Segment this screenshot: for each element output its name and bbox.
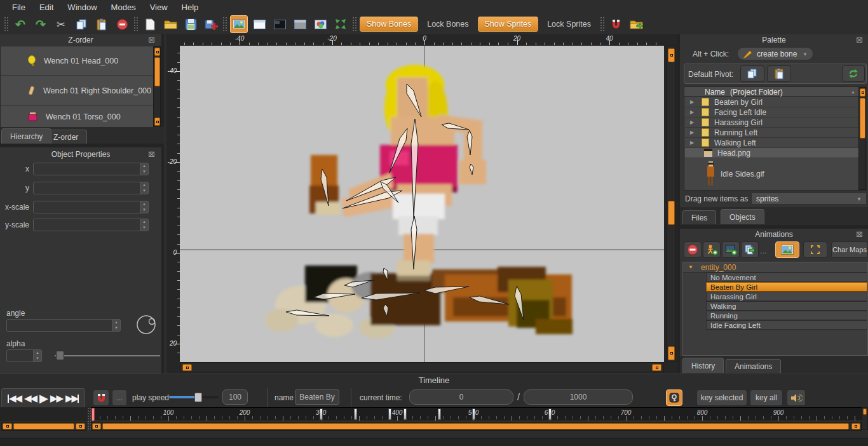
window-color-button[interactable] [311, 15, 329, 33]
menu-view[interactable]: View [143, 1, 175, 13]
snap-button[interactable] [607, 15, 625, 33]
show-animation-images-button[interactable] [775, 241, 799, 258]
keyframe-marker[interactable] [388, 409, 391, 420]
timeline-main-scrollbar[interactable] [91, 422, 862, 431]
timeline-left-scrollbar[interactable] [1, 422, 86, 431]
scroll-right-button[interactable] [652, 364, 661, 371]
tree-folder-row[interactable]: ▶Walking Left [685, 138, 860, 148]
keyframe-marker[interactable] [403, 409, 407, 420]
scroll-left-button[interactable] [182, 364, 192, 371]
close-icon[interactable]: ⊠ [148, 150, 155, 159]
menu-help[interactable]: Help [175, 1, 206, 13]
scroll-right-button[interactable] [76, 423, 85, 429]
duplicate-animation-button[interactable] [741, 241, 759, 258]
entity-row[interactable]: ▼ entity_000 [683, 262, 867, 273]
refresh-button[interactable] [842, 65, 865, 82]
tab-hierarchy[interactable]: Hierarchy [1, 128, 51, 144]
toolbar-grip[interactable] [4, 17, 9, 32]
char-maps-button[interactable]: Char Maps [831, 241, 868, 258]
canvas-viewport[interactable] [180, 46, 664, 362]
window-light-button[interactable] [250, 15, 268, 33]
menu-file[interactable]: File [5, 1, 32, 13]
tree-file-head-row[interactable]: Head.png [685, 148, 860, 158]
animation-row[interactable]: Idle Facing Left [706, 320, 867, 330]
xscale-field[interactable] [33, 201, 149, 213]
timeline-playhead[interactable] [92, 408, 95, 421]
tree-scrollbar[interactable] [858, 87, 866, 190]
tree-folder-row[interactable]: ▶Facing Left Idle [685, 107, 860, 118]
skip-start-button[interactable]: ◀◀ [8, 393, 21, 404]
timeline-ruler-main[interactable]: 100200300400500600700800900 [91, 407, 862, 421]
angle-field[interactable] [6, 319, 121, 332]
delete-animation-button[interactable] [684, 241, 702, 258]
tree-file-idle-row[interactable]: Idle Sides.gif [685, 158, 860, 190]
zorder-item-torso[interactable]: Wench 01 Torso_000 [1, 106, 156, 127]
show-images-button[interactable] [230, 15, 248, 33]
canvas-hscrollbar[interactable] [180, 362, 664, 372]
expander-icon[interactable]: ▶ [690, 99, 696, 105]
redo-button[interactable]: ↷ [32, 15, 50, 33]
copy-button[interactable] [72, 15, 90, 33]
tree-folder-row[interactable]: ▶Beaten by Girl [685, 97, 860, 107]
zorder-item-head[interactable]: Wench 01 Head_000 [1, 46, 156, 76]
keyframe-marker[interactable] [548, 409, 552, 420]
expander-icon[interactable]: ▶ [690, 119, 696, 125]
play-speed-slider-handle[interactable] [194, 393, 202, 402]
copy-pivot-button[interactable] [740, 65, 764, 82]
alpha-spinner[interactable]: ▲▼ [33, 349, 42, 362]
y-field[interactable] [33, 182, 149, 194]
animation-name-value[interactable]: Beaten By Girl [295, 389, 339, 405]
angle-dial[interactable] [135, 314, 158, 337]
current-time-value[interactable]: 0 [409, 389, 513, 405]
y-spinner[interactable]: ▲▼ [140, 182, 149, 194]
bounding-box-button[interactable] [803, 241, 827, 258]
save-as-button[interactable] [202, 15, 220, 33]
animation-row[interactable]: Walking [706, 301, 867, 311]
total-time-value[interactable]: 1000 [524, 389, 633, 405]
scroll-thumb[interactable] [102, 423, 849, 429]
add-animation-button[interactable] [722, 241, 740, 258]
close-icon[interactable]: ⊠ [148, 36, 155, 44]
yscale-field[interactable] [33, 219, 149, 231]
scroll-right-button[interactable] [851, 423, 860, 429]
expander-icon[interactable]: ▶ [690, 109, 696, 115]
drag-items-dropdown[interactable]: sprites ▼ [751, 193, 867, 205]
scroll-up-button[interactable] [154, 48, 160, 56]
show-bones-toggle[interactable]: Show Bones [360, 17, 418, 32]
scroll-left-button[interactable] [3, 423, 12, 429]
menu-edit[interactable]: Edit [32, 1, 60, 13]
scroll-up-button[interactable] [863, 409, 867, 415]
tree-header[interactable]: Name (Project Folder) ▲ [684, 87, 859, 97]
close-icon[interactable]: ⊠ [856, 36, 863, 44]
fit-view-button[interactable] [332, 15, 349, 33]
toolbar-grip[interactable] [222, 17, 227, 32]
save-button[interactable] [182, 15, 200, 33]
yscale-spinner[interactable]: ▲▼ [140, 219, 149, 231]
x-spinner[interactable]: ▲▼ [140, 163, 149, 175]
expander-down-icon[interactable]: ▼ [688, 264, 693, 270]
paste-pivot-button[interactable] [767, 65, 791, 82]
scroll-left-button[interactable] [92, 423, 101, 429]
alpha-slider-track[interactable] [55, 355, 160, 356]
window-dark-button[interactable] [271, 15, 288, 33]
toolbar-grip[interactable] [352, 17, 357, 32]
scroll-up-button[interactable] [860, 88, 865, 97]
lock-sprites-toggle[interactable]: Lock Sprites [541, 17, 597, 32]
new-file-button[interactable] [141, 15, 159, 33]
tab-history[interactable]: History [682, 358, 724, 373]
menu-window[interactable]: Window [60, 1, 104, 13]
close-icon[interactable]: ⊠ [856, 230, 863, 239]
show-sprites-toggle[interactable]: Show Sprites [478, 17, 539, 32]
auto-key-toggle[interactable] [666, 389, 682, 406]
zorder-scrollbar[interactable] [153, 46, 161, 127]
menu-modes[interactable]: Modes [104, 1, 143, 13]
key-all-button[interactable]: key all [750, 389, 783, 406]
scroll-thumb[interactable] [154, 57, 160, 86]
sound-button[interactable] [787, 389, 806, 406]
timeline-mini-vscroll[interactable] [862, 407, 868, 430]
window-gray-button[interactable] [291, 15, 309, 33]
next-frame-button[interactable]: ▶▶ [50, 393, 62, 404]
keyframe-marker[interactable] [438, 409, 441, 420]
export-folder-button[interactable] [628, 15, 646, 33]
keyframe-marker[interactable] [472, 409, 475, 420]
